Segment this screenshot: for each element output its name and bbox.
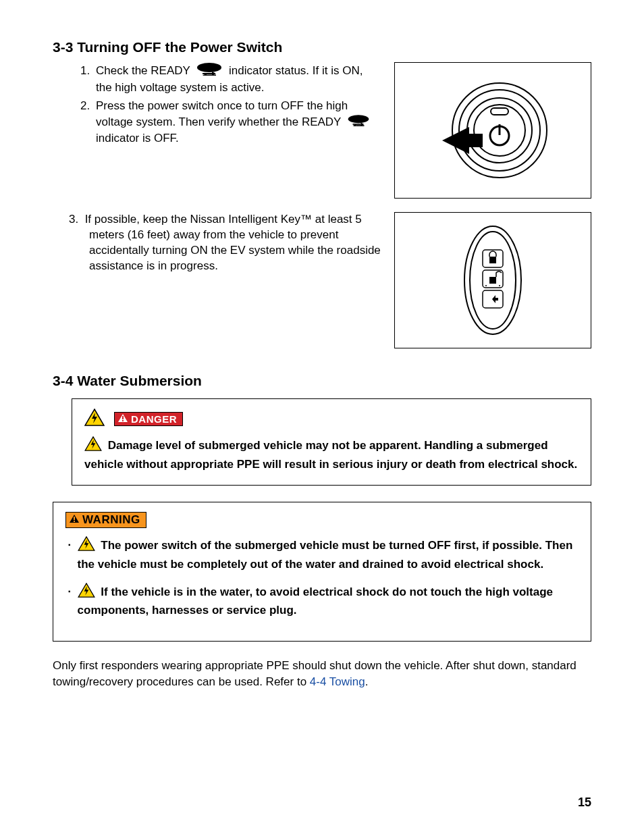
steps-1-2-text: Check the READY indicator status. If it …: [53, 62, 381, 149]
warning-callout: WARNING The power switch of the submerge…: [53, 502, 591, 642]
figure-power-button: [394, 62, 591, 199]
warning-item-2: If the vehicle is in the water, to avoid…: [65, 583, 579, 619]
danger-tag: DANGER: [114, 412, 183, 426]
warning-triangle-icon: [117, 413, 128, 425]
svg-rect-35: [74, 517, 75, 520]
warning-item-1: The power switch of the submerged vehicl…: [65, 536, 579, 573]
ordered-steps: Check the READY indicator status. If it …: [93, 62, 381, 147]
heading-3-3: 3-3 Turning OFF the Power Switch: [53, 39, 591, 55]
svg-marker-17: [442, 127, 483, 154]
danger-label-text: DANGER: [131, 413, 177, 425]
warning-list: The power switch of the submerged vehicl…: [65, 536, 579, 619]
svg-rect-21: [489, 257, 496, 263]
ready-indicator-icon: [196, 62, 223, 80]
key-fob-icon: [452, 219, 533, 341]
svg-point-24: [485, 285, 487, 286]
svg-point-25: [499, 285, 500, 286]
ready-indicator-icon: [347, 114, 370, 131]
warning-tag: WARNING: [65, 512, 146, 528]
step-3-text: 3. If possible, keep the Nissan Intellig…: [53, 212, 381, 277]
step2-part-a: Press the power switch once to turn OFF …: [96, 99, 348, 128]
svg-point-5: [348, 115, 369, 123]
row-step-3: 3. If possible, keep the Nissan Intellig…: [53, 212, 591, 348]
step1-part-a: Check the READY: [96, 64, 190, 77]
step3-number: 3.: [69, 213, 78, 226]
electric-hazard-icon: [84, 436, 102, 457]
danger-body: Damage level of submerged vehicle may no…: [84, 436, 579, 473]
warning-label-text: WARNING: [82, 513, 140, 527]
power-button-icon: [432, 73, 554, 188]
step2-part-b: indicator is OFF.: [96, 132, 179, 145]
step-3: 3. If possible, keep the Nissan Intellig…: [86, 212, 381, 274]
warning-headline: WARNING: [65, 512, 579, 528]
svg-point-0: [197, 63, 221, 72]
ordered-step-3: 3. If possible, keep the Nissan Intellig…: [86, 212, 381, 274]
danger-headline: DANGER: [84, 409, 579, 429]
page-number: 15: [578, 796, 591, 810]
body-paragraph: Only first responders wearing appropriat…: [53, 658, 591, 691]
warning-item-1-text: The power switch of the submerged vehicl…: [78, 540, 573, 571]
page: 3-3 Turning OFF the Power Switch Check t…: [0, 0, 644, 834]
svg-rect-14: [491, 108, 508, 115]
step3-body: If possible, keep the Nissan Intelligent…: [85, 213, 381, 272]
body-b: .: [365, 675, 369, 688]
svg-rect-23: [489, 277, 496, 284]
step-2: Press the power switch once to turn OFF …: [93, 99, 381, 147]
step-1: Check the READY indicator status. If it …: [93, 62, 381, 96]
danger-text: Damage level of submerged vehicle may no…: [84, 439, 577, 470]
xref-4-4-towing[interactable]: 4-4 Towing: [310, 675, 365, 688]
electric-hazard-icon: [84, 409, 105, 429]
electric-hazard-icon: [78, 536, 95, 556]
svg-rect-30: [122, 416, 124, 419]
warning-triangle-icon: [69, 513, 80, 527]
svg-rect-36: [74, 521, 75, 522]
danger-callout: DANGER Damage level of submerged vehicle…: [72, 398, 591, 486]
figure-intelligent-key: [394, 212, 591, 348]
heading-3-4: 3-4 Water Submersion: [53, 373, 591, 389]
warning-item-2-text: If the vehicle is in the water, to avoid…: [78, 585, 553, 617]
svg-rect-31: [122, 420, 124, 421]
electric-hazard-icon: [78, 583, 95, 603]
row-steps-1-2: Check the READY indicator status. If it …: [53, 62, 591, 199]
